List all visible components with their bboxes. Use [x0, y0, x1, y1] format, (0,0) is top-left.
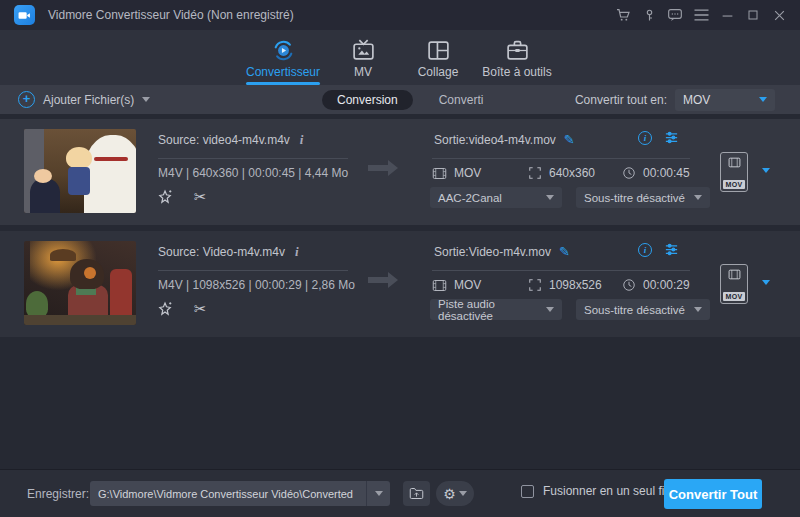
gear-icon: ⚙: [443, 486, 456, 502]
film-icon: [432, 279, 447, 292]
tv-icon: [351, 37, 376, 63]
convert-arrow-icon: [366, 269, 400, 291]
clock-icon: [622, 166, 636, 180]
convert-all-button[interactable]: Convertir Tout: [664, 479, 762, 509]
badge-format-label: MOV: [723, 180, 746, 189]
file-row: Source: Video-m4v.m4v i M4V | 1098x526 |…: [0, 231, 800, 337]
source-filename: Source: video4-m4v.m4v: [158, 133, 290, 147]
toolbar: + Ajouter Fichier(s) Conversion Converti…: [0, 85, 800, 114]
edit-effects-icon[interactable]: [156, 300, 174, 318]
convert-arrow-icon: [366, 157, 400, 179]
output-resolution: 1098x526: [549, 278, 602, 292]
video-thumbnail[interactable]: [24, 129, 136, 213]
convert-all-format-dropdown[interactable]: MOV: [675, 89, 775, 111]
subtitle-dropdown[interactable]: Sous-titre désactivé: [576, 187, 710, 208]
minimize-button[interactable]: [714, 0, 740, 30]
film-icon: [432, 167, 447, 180]
tab-boite-a-outils[interactable]: Boîte à outils: [472, 30, 562, 85]
tab-label: Boîte à outils: [482, 65, 551, 79]
output-filename: Sortie:Video-m4v.mov: [434, 245, 551, 259]
register-key-icon[interactable]: [636, 0, 662, 30]
output-info-icon[interactable]: i: [638, 131, 652, 145]
audio-track-dropdown[interactable]: AAC-2Canal: [430, 187, 562, 208]
format-chevron-icon[interactable]: [762, 168, 770, 173]
cut-scissors-icon[interactable]: ✂: [194, 188, 207, 206]
audio-track-dropdown[interactable]: Piste audio désactivée: [430, 299, 562, 320]
feedback-icon[interactable]: [662, 0, 688, 30]
footer-bar: Enregistrer: G:\Vidmore\Vidmore Converti…: [0, 469, 800, 517]
chevron-down-icon: [759, 97, 767, 102]
convert-all-label: Convertir tout en:: [575, 93, 667, 107]
file-list-empty-area: [0, 337, 800, 468]
toolbox-icon: [505, 37, 530, 63]
save-path-input[interactable]: G:\Vidmore\Vidmore Convertisseur Vidéo\C…: [90, 481, 390, 506]
maximize-button[interactable]: [740, 0, 766, 30]
film-icon: [728, 269, 741, 280]
output-duration: 00:00:45: [643, 166, 690, 180]
converter-icon: [271, 37, 296, 63]
titlebar: Vidmore Convertisseur Vidéo (Non enregis…: [0, 0, 800, 30]
rename-pencil-icon[interactable]: ✎: [564, 132, 575, 147]
media-info-icon[interactable]: i: [295, 244, 299, 260]
divider: [432, 158, 690, 159]
resolution-icon: [528, 166, 542, 180]
chevron-down-icon: [142, 97, 150, 102]
output-info-icon[interactable]: i: [638, 243, 652, 257]
output-format: MOV: [454, 278, 481, 292]
subtitle-dropdown[interactable]: Sous-titre désactivé: [576, 299, 710, 320]
cart-icon[interactable]: [610, 0, 636, 30]
format-chevron-icon[interactable]: [762, 280, 770, 285]
cut-scissors-icon[interactable]: ✂: [194, 300, 207, 318]
resolution-icon: [528, 278, 542, 292]
rename-pencil-icon[interactable]: ✎: [559, 244, 570, 259]
open-folder-button[interactable]: [403, 481, 430, 506]
window-title: Vidmore Convertisseur Vidéo (Non enregis…: [48, 8, 294, 22]
settings-sliders-icon[interactable]: [664, 242, 679, 257]
output-filename: Sortie:video4-m4v.mov: [434, 133, 556, 147]
source-meta: M4V | 1098x526 | 00:00:29 | 2,86 Mo: [158, 278, 355, 292]
divider: [158, 270, 348, 271]
edit-effects-icon[interactable]: [156, 188, 174, 206]
tab-mv[interactable]: MV: [328, 30, 398, 85]
settings-sliders-icon[interactable]: [664, 130, 679, 145]
save-path-value: G:\Vidmore\Vidmore Convertisseur Vidéo\C…: [90, 488, 366, 500]
output-format: MOV: [454, 166, 481, 180]
source-filename: Source: Video-m4v.m4v: [158, 245, 285, 259]
menu-icon[interactable]: [688, 0, 714, 30]
subtitle-value: Sous-titre désactivé: [584, 304, 685, 316]
chevron-down-icon: [459, 491, 467, 496]
tab-collage[interactable]: Collage: [403, 30, 473, 85]
settings-gear-button[interactable]: ⚙: [436, 481, 474, 506]
add-files-label: Ajouter Fichier(s): [43, 93, 134, 107]
media-info-icon[interactable]: i: [300, 132, 304, 148]
file-row: Source: video4-m4v.m4v i M4V | 640x360 |…: [0, 119, 800, 225]
add-files-button[interactable]: + Ajouter Fichier(s): [18, 85, 150, 114]
source-meta: M4V | 640x360 | 00:00:45 | 4,44 Mo: [158, 166, 348, 180]
app-logo-icon: [14, 5, 35, 25]
output-format-badge[interactable]: MOV: [720, 152, 748, 192]
clock-icon: [622, 278, 636, 292]
merge-checkbox[interactable]: [521, 485, 534, 498]
tab-convertisseur[interactable]: Convertisseur: [238, 30, 328, 85]
tab-label: MV: [354, 65, 372, 79]
toggle-conversion[interactable]: Conversion: [322, 90, 413, 110]
collage-icon: [426, 37, 451, 63]
subtitle-value: Sous-titre désactivé: [584, 192, 685, 204]
video-thumbnail[interactable]: [24, 241, 136, 325]
output-format-badge[interactable]: MOV: [720, 264, 748, 304]
save-path-dropdown[interactable]: [366, 481, 390, 506]
close-button[interactable]: [766, 0, 792, 30]
tab-label: Collage: [418, 65, 459, 79]
plus-circle-icon: +: [18, 91, 35, 108]
chevron-down-icon: [546, 195, 554, 200]
tab-label: Convertisseur: [246, 65, 320, 79]
convert-all-format-value: MOV: [683, 93, 710, 107]
audio-track-value: Piste audio désactivée: [438, 298, 546, 322]
app-window: Vidmore Convertisseur Vidéo (Non enregis…: [0, 0, 800, 517]
toggle-converti[interactable]: Converti: [439, 93, 484, 107]
badge-format-label: MOV: [723, 292, 746, 301]
chevron-down-icon: [694, 195, 702, 200]
film-icon: [728, 157, 741, 168]
output-duration: 00:00:29: [643, 278, 690, 292]
save-to-label: Enregistrer:: [27, 487, 89, 501]
